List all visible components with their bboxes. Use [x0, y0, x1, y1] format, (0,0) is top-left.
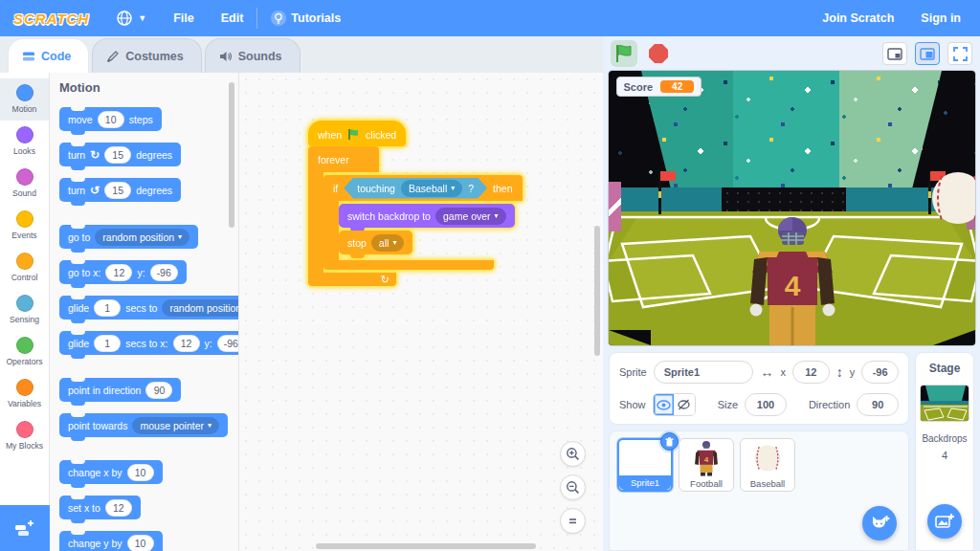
- palette-block[interactable]: set x to12: [59, 496, 141, 519]
- zoom-reset-button[interactable]: [560, 508, 586, 534]
- show-visible-button[interactable]: [654, 394, 675, 415]
- stop-block[interactable]: stopall▾: [339, 231, 412, 254]
- add-sprite-button[interactable]: [862, 506, 897, 540]
- block-text: glide: [68, 338, 89, 349]
- number-input[interactable]: 12: [105, 499, 132, 517]
- delete-sprite-button[interactable]: [660, 432, 679, 451]
- category-motion[interactable]: Motion: [0, 78, 49, 121]
- small-stage-button[interactable]: [882, 42, 907, 65]
- category-label: Operators: [6, 357, 42, 366]
- zoom-in-button[interactable]: [560, 441, 586, 467]
- category-variables[interactable]: Variables: [0, 373, 49, 415]
- palette-block[interactable]: change y by10: [59, 531, 163, 551]
- score-variable-monitor[interactable]: Score 42: [616, 77, 702, 97]
- green-flag-button[interactable]: [611, 40, 637, 67]
- number-input[interactable]: 10: [127, 535, 154, 551]
- number-input[interactable]: -96: [150, 264, 178, 281]
- x-input[interactable]: 12: [792, 361, 830, 384]
- category-label: Motion: [12, 104, 37, 114]
- tab-code[interactable]: Code: [8, 38, 89, 73]
- show-hidden-button[interactable]: [674, 394, 695, 415]
- baseball-sprite[interactable]: [930, 170, 975, 226]
- sprite-info-panel: Sprite Sprite1 ↔ x 12 ↕ y -96 Show: [609, 352, 909, 425]
- sprite-card-sprite1[interactable]: Sprite1: [617, 438, 673, 492]
- palette-block[interactable]: point in direction90: [59, 378, 181, 402]
- backdrop-thumbnail[interactable]: [920, 385, 969, 422]
- palette-block[interactable]: change x by10: [59, 460, 163, 484]
- menu-file[interactable]: File: [160, 0, 208, 36]
- dropdown-input[interactable]: random position▾: [162, 299, 239, 317]
- dropdown-input[interactable]: Baseball▾: [401, 180, 462, 197]
- football-player-sprite[interactable]: 4: [746, 215, 838, 345]
- number-input[interactable]: 90: [145, 382, 172, 399]
- category-sound[interactable]: Sound: [0, 163, 49, 205]
- palette-block[interactable]: glide1secs to x:12y:-96: [59, 331, 239, 355]
- number-input[interactable]: 1: [94, 335, 121, 352]
- sprite-name-input[interactable]: Sprite1: [654, 361, 754, 384]
- dropdown-input[interactable]: game over▾: [435, 208, 506, 225]
- script-canvas[interactable]: whenclickedforeveriftouchingBaseball▾?th…: [239, 73, 603, 551]
- category-label: Variables: [8, 399, 41, 408]
- stage-canvas[interactable]: 4 Score 42: [609, 71, 975, 345]
- script-stack[interactable]: whenclickedforeveriftouchingBaseball▾?th…: [308, 121, 523, 286]
- category-operators[interactable]: Operators: [0, 331, 49, 373]
- stop-button[interactable]: [645, 40, 672, 67]
- tab-sounds[interactable]: Sounds: [205, 38, 301, 73]
- direction-input[interactable]: 90: [857, 393, 899, 416]
- palette-block[interactable]: go to x:12y:-96: [59, 260, 187, 284]
- brush-icon: [106, 50, 120, 63]
- number-input[interactable]: 12: [105, 264, 132, 281]
- category-control[interactable]: Control: [0, 247, 49, 289]
- number-input[interactable]: 15: [104, 146, 131, 164]
- size-input[interactable]: 100: [745, 393, 787, 416]
- category-label: Looks: [13, 146, 35, 156]
- stage-selector-panel[interactable]: Stage Backdrops 4: [915, 352, 974, 551]
- category-events[interactable]: Events: [0, 205, 49, 247]
- sprite-card-baseball[interactable]: Baseball: [740, 438, 795, 492]
- palette-block[interactable]: point towardsmouse pointer▾: [59, 413, 228, 437]
- palette-block[interactable]: go torandom position▾: [59, 225, 198, 249]
- backdrops-count: 4: [942, 450, 947, 461]
- number-input[interactable]: 10: [127, 464, 154, 481]
- menu-edit[interactable]: Edit: [208, 0, 257, 36]
- language-selector[interactable]: ▼: [102, 0, 160, 36]
- scratch-logo[interactable]: SCRATCH: [13, 11, 89, 27]
- eye-slash-icon: [677, 399, 691, 410]
- canvas-horizontal-scrollbar[interactable]: [316, 543, 536, 549]
- when-flag-clicked-block[interactable]: whenclicked: [308, 121, 406, 146]
- add-backdrop-button[interactable]: [927, 504, 962, 539]
- join-scratch-button[interactable]: Join Scratch: [809, 0, 907, 36]
- fullscreen-button[interactable]: [947, 42, 972, 65]
- number-input[interactable]: 12: [173, 335, 200, 352]
- tab-costumes[interactable]: Costumes: [92, 38, 201, 73]
- large-stage-button[interactable]: [915, 42, 940, 65]
- zoom-out-button[interactable]: [560, 474, 586, 500]
- y-input[interactable]: -96: [861, 361, 899, 384]
- switch-backdrop-block[interactable]: switch backdrop togame over▾: [339, 204, 515, 228]
- number-input[interactable]: 10: [98, 111, 124, 128]
- dropdown-input[interactable]: mouse pointer▾: [132, 417, 219, 434]
- palette-scrollbar[interactable]: [229, 82, 234, 228]
- dropdown-input[interactable]: all▾: [371, 234, 405, 252]
- forever-block[interactable]: foreveriftouchingBaseball▾?thenswitch ba…: [308, 146, 523, 286]
- touching-condition-block[interactable]: touchingBaseball▾?: [344, 178, 487, 199]
- sign-in-button[interactable]: Sign in: [907, 0, 974, 36]
- number-input[interactable]: 15: [104, 182, 131, 199]
- category-myblocks[interactable]: My Blocks: [0, 415, 49, 457]
- menu-tutorials[interactable]: Tutorials: [257, 0, 354, 36]
- category-sensing[interactable]: Sensing: [0, 289, 49, 331]
- if-block-foot: [323, 260, 494, 270]
- palette-block[interactable]: move10steps: [59, 107, 162, 131]
- palette-block[interactable]: turn↺15degrees: [59, 178, 181, 202]
- canvas-vertical-scrollbar[interactable]: [594, 226, 600, 356]
- dropdown-input[interactable]: random position▾: [95, 229, 189, 246]
- palette-block[interactable]: glide1secs torandom position▾: [59, 296, 239, 320]
- number-input[interactable]: 1: [94, 299, 121, 317]
- add-extension-button[interactable]: [0, 505, 50, 551]
- palette-block[interactable]: turn↻15degrees: [59, 143, 181, 166]
- category-looks[interactable]: Looks: [0, 121, 49, 163]
- number-input[interactable]: -96: [217, 335, 239, 352]
- turn-clockwise-icon: ↻: [90, 149, 100, 161]
- sprite-card-football[interactable]: 4Football: [679, 438, 734, 492]
- if-then-block[interactable]: iftouchingBaseball▾?thenswitch backdrop …: [323, 175, 523, 270]
